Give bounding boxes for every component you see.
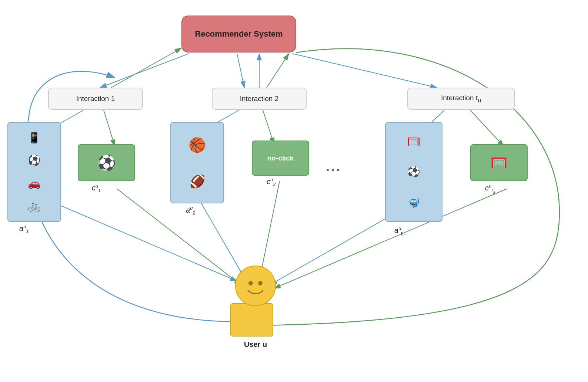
svg-line-9 <box>263 110 274 144</box>
c2u-label: cu2 <box>267 177 275 187</box>
user-circle <box>235 266 276 306</box>
arrows-layer <box>0 0 588 382</box>
item-bike: 🚲 <box>28 199 41 213</box>
user-face-svg <box>239 269 272 302</box>
svg-line-13 <box>259 181 280 281</box>
c1u-label: cu1 <box>92 183 101 193</box>
svg-line-18 <box>100 54 189 88</box>
chosen-soccer-1: ⚽ <box>97 153 116 172</box>
interaction-tu-label: Interaction tu <box>441 94 481 104</box>
item-phone: 📱 <box>28 131 41 145</box>
svg-line-11 <box>267 54 289 88</box>
diagram-container: Recommender System Interaction 1 Interac… <box>0 0 588 382</box>
chosen-box-1: ⚽ <box>78 144 135 181</box>
chosen-box-tu: 🥅 <box>470 144 528 181</box>
svg-line-12 <box>198 198 246 281</box>
a1u-label: au1 <box>19 224 29 234</box>
action-box-1: 📱 ⚽ 🚗 🚲 <box>7 122 61 222</box>
ctu-label: cutu <box>485 183 495 194</box>
svg-line-5 <box>111 48 181 88</box>
svg-line-19 <box>237 54 244 88</box>
no-click-label: no-click <box>267 154 294 162</box>
chosen-box-2: no-click <box>252 141 309 176</box>
item-car: 🚗 <box>28 177 41 190</box>
item-football: 🏈 <box>190 173 205 189</box>
recommender-system-box: Recommender System <box>181 16 296 53</box>
svg-line-15 <box>470 110 504 146</box>
item-soccer-tu: ⚽ <box>407 165 420 179</box>
interaction-2-label: Interaction 2 <box>240 95 279 103</box>
user-body <box>230 303 273 337</box>
interaction-1-box: Interaction 1 <box>48 88 143 110</box>
chosen-goal: 🥅 <box>491 154 507 172</box>
interaction-1-label: Interaction 1 <box>76 95 115 103</box>
svg-line-20 <box>293 54 437 88</box>
rec-system-label: Recommender System <box>195 29 283 39</box>
item-basketball: 🏀 <box>188 136 206 154</box>
item-snorkel: 🤿 <box>407 196 420 209</box>
interaction-2-box: Interaction 2 <box>212 88 307 110</box>
interaction-tu-box: Interaction tu <box>407 88 515 110</box>
svg-line-4 <box>104 110 115 146</box>
item-soccer-1: ⚽ <box>28 154 41 167</box>
a2u-label: au2 <box>186 205 196 216</box>
svg-line-6 <box>43 198 237 281</box>
svg-point-21 <box>248 281 253 285</box>
svg-point-22 <box>258 281 263 285</box>
atu-label: autu <box>394 226 405 237</box>
item-goal: 🥅 <box>407 135 420 148</box>
ellipsis: ... <box>326 159 341 175</box>
user-label: User u <box>233 340 278 349</box>
action-box-tu: 🥅 ⚽ 🤿 <box>385 122 442 222</box>
action-box-2: 🏀 🏈 <box>170 122 224 203</box>
